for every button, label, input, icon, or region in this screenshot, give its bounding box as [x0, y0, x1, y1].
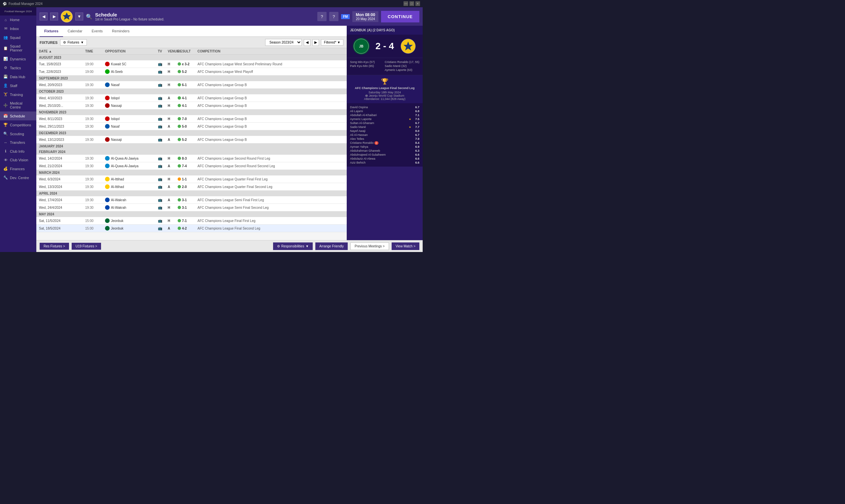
match-date: Saturday 18th May 2024: [350, 91, 419, 94]
sidebar-item-dynamics[interactable]: 📊Dynamics: [0, 54, 36, 63]
filtered-btn[interactable]: Filtered* ▼: [321, 39, 343, 46]
sidebar-item-schedule[interactable]: 📅Schedule: [0, 111, 36, 120]
month-header: MARCH 2024: [36, 170, 347, 176]
sidebar-item-home[interactable]: ⌂Home: [0, 16, 36, 24]
tab-calendar[interactable]: Calendar: [63, 26, 87, 37]
previous-meetings-button[interactable]: Previous Meetings >: [350, 242, 389, 250]
sidebar-item-scouting[interactable]: 🔍Scouting: [0, 129, 36, 138]
minimize-button[interactable]: —: [403, 1, 408, 6]
sidebar-item-squad-planner[interactable]: 📋Squad Planner: [0, 42, 36, 54]
filtered-dropdown-icon: ▼: [337, 40, 341, 44]
maximize-button[interactable]: □: [410, 1, 414, 6]
close-button[interactable]: ×: [415, 1, 420, 6]
table-row[interactable]: Wed, 13/3/2024 19:30 Al-Ittihad 📺 A 2-0 …: [36, 183, 347, 191]
fixture-opposition: Al-Seeb: [105, 69, 158, 74]
result-score: 3-1: [182, 198, 187, 202]
view-match-button[interactable]: View Match >: [392, 242, 419, 250]
sidebar-item-staff[interactable]: 👤Staff: [0, 81, 36, 90]
opp-badge-icon: [105, 124, 110, 129]
right-panel: JEONBUK (A) (2 DAYS AGO) JB 2 - 4: [347, 26, 422, 240]
svg-text:JB: JB: [359, 44, 364, 48]
sidebar-item-medical[interactable]: ➕Medical Centre: [0, 99, 36, 111]
result-score: 3-1: [182, 206, 187, 210]
table-row[interactable]: Wed, 4/10/2023 19:30 Istiqol 📺 A 4-1 AFC…: [36, 94, 347, 102]
result-score: e 3-2: [182, 62, 190, 66]
result-indicator: [178, 104, 181, 107]
table-row[interactable]: Wed, 8/11/2023 19:30 Istiqol 📺 H 7-0 AFC…: [36, 115, 347, 123]
table-row[interactable]: Wed, 24/4/2024 19:30 Al-Wakrah 📺 H 3-1 A…: [36, 204, 347, 212]
sidebar-item-club-vision[interactable]: 👁Club Vision: [0, 156, 36, 164]
fixture-venue: H: [168, 206, 178, 210]
player-name: Cristiano Ronaldo2: [350, 141, 411, 144]
result-score: 8-3: [182, 157, 187, 160]
table-row[interactable]: Wed, 29/11/2023 19:30 Nasaf 📺 A 5-0 AFC …: [36, 123, 347, 130]
back-button[interactable]: ◀: [40, 13, 48, 20]
sidebar-item-competitions[interactable]: 🏆Competitions: [0, 120, 36, 129]
table-row[interactable]: Sat, 11/5/2024 15:00 Jeonbuk 📺 H 7-1 AFC…: [36, 217, 347, 224]
sidebar-item-squad[interactable]: 👥Squad: [0, 33, 36, 42]
fixture-venue: A: [168, 227, 178, 230]
fixture-time: 19:30: [85, 206, 105, 210]
table-row[interactable]: Sat, 18/5/2024 15:00 Jeonbuk 📺 A 4-2 AFC…: [36, 224, 347, 232]
inbox-icon: ✉: [3, 26, 8, 31]
fixture-time: 19:30: [85, 157, 105, 160]
forward-button[interactable]: ▶: [50, 13, 58, 20]
table-row[interactable]: Wed, 13/12/2023 19:30 Nassaji 📺 A 5-2 AF…: [36, 136, 347, 143]
tab-fixtures[interactable]: Fixtures: [40, 26, 63, 37]
rating-row: Aziz Behich 6.6: [350, 161, 419, 165]
sidebar-item-finances[interactable]: 💰Finances: [0, 164, 36, 173]
table-row[interactable]: Wed, 17/4/2024 19:30 Al-Wakrah 📺 A 3-1 A…: [36, 196, 347, 204]
sidebar-item-inbox[interactable]: ✉Inbox: [0, 24, 36, 33]
fixture-opposition: Al-Quwa Al-Jawiya: [105, 156, 158, 161]
search-icon-btn[interactable]: 🔍: [86, 14, 92, 20]
sidebar-item-club-info[interactable]: ℹClub Info: [0, 147, 36, 156]
player-name: Abdullah Al-Khaibari: [350, 113, 411, 117]
sidebar-item-training[interactable]: 🏋Training: [0, 90, 36, 99]
time-display: Mon 08:00: [356, 13, 375, 17]
info-btn[interactable]: ?: [329, 12, 339, 21]
fixture-tv: 📺: [158, 83, 168, 87]
table-row[interactable]: Tue, 22/8/2023 19:00 Al-Seeb 📺 H 5-2 AFC…: [36, 68, 347, 75]
continue-button[interactable]: CONTINUE: [381, 11, 419, 22]
fixture-tv: 📺: [158, 156, 168, 161]
team-nav-button[interactable]: ▼: [75, 13, 83, 20]
table-row[interactable]: Wed, 20/9/2023 19:30 Nasaf 📺 H 6-1 AFC C…: [36, 81, 347, 89]
fixture-result: 4-2: [178, 227, 197, 230]
transfers-icon: ↔: [3, 141, 8, 144]
player-rating: 7.5: [411, 118, 419, 121]
responsibilities-button[interactable]: ⚙ Responsibilities ▼: [273, 242, 313, 250]
season-select[interactable]: Season 2023/24: [265, 39, 302, 46]
help-btn[interactable]: ?: [317, 12, 327, 21]
u19-fixtures-button[interactable]: U19 Fixtures >: [72, 243, 101, 250]
sidebar-item-dev-centre[interactable]: 🔧Dev. Centre: [0, 173, 36, 182]
table-row[interactable]: Wed, 21/2/2024 19:30 Al-Quwa Al-Jawiya 📺…: [36, 162, 347, 170]
sidebar-item-tactics[interactable]: ⚙Tactics: [0, 63, 36, 72]
fixture-opposition: Kuwait SC: [105, 62, 158, 66]
player-rating: 6.7: [411, 121, 419, 125]
fixture-venue: H: [168, 62, 178, 66]
tab-reminders[interactable]: Reminders: [107, 26, 134, 37]
sidebar-item-data-hub[interactable]: 💾Data Hub: [0, 72, 36, 81]
table-row[interactable]: Wed, 6/3/2024 19:30 Al-Ittihad 📺 H 1-1 A…: [36, 176, 347, 183]
table-row[interactable]: Wed, 14/2/2024 19:30 Al-Quwa Al-Jawiya 📺…: [36, 155, 347, 162]
prev-season-btn[interactable]: ◀: [304, 39, 310, 46]
table-row[interactable]: Tue, 15/8/2023 19:00 Kuwait SC 📺 H e 3-2…: [36, 60, 347, 68]
sidebar-item-transfers[interactable]: ↔Transfers: [0, 138, 36, 147]
arrange-friendly-button[interactable]: Arrange Friendly: [315, 242, 348, 250]
rating-row: David Ospina 6.7: [350, 105, 419, 109]
opp-name: Al-Quwa Al-Jawiya: [111, 164, 138, 168]
result-indicator: [178, 117, 181, 120]
opp-badge-icon: [105, 184, 110, 189]
table-row[interactable]: Wed, 25/10/20... 19:30 Nassaji 📺 H 4-1 A…: [36, 102, 347, 109]
finances-icon: 💰: [3, 166, 8, 171]
fixture-result: 7-1: [178, 219, 197, 223]
res-fixtures-button[interactable]: Res Fixtures >: [40, 243, 69, 250]
tab-events[interactable]: Events: [87, 26, 107, 37]
fixture-opposition: Al-Ittihad: [105, 177, 158, 181]
venue-icon: 🏟: [365, 94, 368, 97]
result-indicator: [178, 125, 181, 128]
fixture-tv: 📺: [158, 164, 168, 168]
result-indicator: [178, 198, 181, 201]
fixtures-filter-btn[interactable]: ⚙ Fixtures ▼: [60, 39, 87, 46]
next-season-btn[interactable]: ▶: [312, 39, 319, 46]
